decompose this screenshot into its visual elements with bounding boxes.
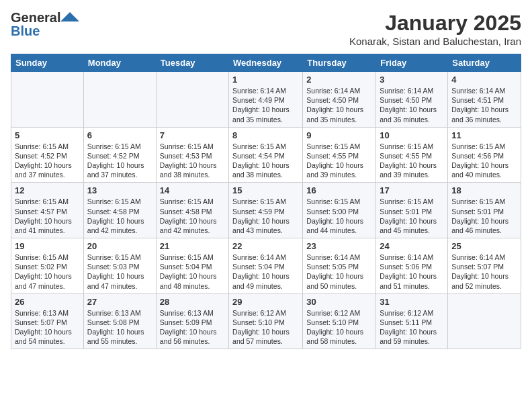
calendar-cell: 28Sunrise: 6:13 AMSunset: 5:09 PMDayligh… <box>156 293 228 349</box>
daylight-hours: Daylight: 10 hours <box>306 161 372 170</box>
daylight-hours: Daylight: 10 hours <box>306 271 372 281</box>
cell-info: Sunrise: 6:15 AM <box>87 142 152 151</box>
calendar-cell: 8Sunrise: 6:15 AMSunset: 4:54 PMDaylight… <box>229 127 303 183</box>
cell-info: Sunset: 5:06 PM <box>380 262 444 271</box>
daylight-hours: Daylight: 10 hours <box>87 216 152 226</box>
calendar-cell: 22Sunrise: 6:14 AMSunset: 5:04 PMDayligh… <box>229 238 303 294</box>
cell-info: and 56 minutes. <box>160 336 225 346</box>
cell-info: Sunset: 4:58 PM <box>160 207 225 216</box>
daylight-hours: Daylight: 10 hours <box>160 216 225 226</box>
calendar-cell: 26Sunrise: 6:13 AMSunset: 5:07 PMDayligh… <box>11 293 84 349</box>
cell-info: and 39 minutes. <box>306 170 372 179</box>
daylight-hours: Daylight: 10 hours <box>15 327 80 336</box>
cell-info: and 38 minutes. <box>160 170 225 179</box>
day-number: 29 <box>232 297 299 307</box>
daylight-hours: Daylight: 10 hours <box>306 327 372 336</box>
daylight-hours: Daylight: 10 hours <box>87 161 152 170</box>
calendar-cell <box>156 72 228 128</box>
cell-info: and 37 minutes. <box>87 170 152 179</box>
month-title: January 2025 <box>349 11 521 36</box>
logo-general: General <box>11 10 60 25</box>
svg-marker-0 <box>60 12 79 21</box>
calendar-week-row: 26Sunrise: 6:13 AMSunset: 5:07 PMDayligh… <box>11 293 521 349</box>
cell-info: and 43 minutes. <box>232 226 299 235</box>
cell-info: Sunset: 5:09 PM <box>160 318 225 327</box>
cell-info: Sunrise: 6:15 AM <box>306 197 372 206</box>
calendar-cell: 17Sunrise: 6:15 AMSunset: 5:01 PMDayligh… <box>376 183 448 238</box>
cell-info: Sunset: 4:51 PM <box>451 95 517 105</box>
cell-info: and 49 minutes. <box>232 281 299 291</box>
calendar-cell: 12Sunrise: 6:15 AMSunset: 4:57 PMDayligh… <box>11 183 84 238</box>
day-number: 7 <box>160 130 225 140</box>
daylight-hours: Daylight: 10 hours <box>380 161 444 170</box>
day-number: 28 <box>160 297 225 307</box>
col-header-friday: Friday <box>376 54 448 72</box>
calendar-cell <box>83 72 156 128</box>
cell-info: Sunset: 5:10 PM <box>232 318 299 327</box>
cell-info: and 38 minutes. <box>232 170 299 179</box>
daylight-hours: Daylight: 10 hours <box>232 161 299 170</box>
daylight-hours: Daylight: 10 hours <box>380 327 444 336</box>
calendar-cell: 11Sunrise: 6:15 AMSunset: 4:56 PMDayligh… <box>448 127 521 183</box>
cell-info: Sunset: 4:50 PM <box>306 95 372 105</box>
cell-info: Sunset: 4:55 PM <box>380 151 444 161</box>
calendar-cell: 10Sunrise: 6:15 AMSunset: 4:55 PMDayligh… <box>376 127 448 183</box>
cell-info: and 36 minutes. <box>380 115 444 124</box>
daylight-hours: Daylight: 10 hours <box>160 327 225 336</box>
daylight-hours: Daylight: 10 hours <box>15 271 80 281</box>
cell-info: Sunrise: 6:14 AM <box>380 86 444 95</box>
cell-info: Sunset: 5:01 PM <box>380 207 444 216</box>
cell-info: Sunset: 5:00 PM <box>306 207 372 216</box>
cell-info: and 47 minutes. <box>15 281 80 291</box>
day-number: 25 <box>451 241 517 251</box>
daylight-hours: Daylight: 10 hours <box>451 105 517 114</box>
calendar-cell: 30Sunrise: 6:12 AMSunset: 5:10 PMDayligh… <box>303 293 376 349</box>
cell-info: and 37 minutes. <box>15 170 80 179</box>
cell-info: Sunrise: 6:15 AM <box>15 197 80 206</box>
daylight-hours: Daylight: 10 hours <box>15 161 80 170</box>
day-number: 14 <box>160 185 225 195</box>
cell-info: and 51 minutes. <box>380 281 444 291</box>
calendar-cell <box>11 72 84 128</box>
cell-info: and 48 minutes. <box>160 281 225 291</box>
calendar-cell: 5Sunrise: 6:15 AMSunset: 4:52 PMDaylight… <box>11 127 84 183</box>
cell-info: Sunrise: 6:15 AM <box>160 142 225 151</box>
day-number: 5 <box>15 130 80 140</box>
cell-info: and 55 minutes. <box>87 336 152 346</box>
location: Konarak, Sistan and Baluchestan, Iran <box>349 36 521 47</box>
cell-info: and 45 minutes. <box>380 226 444 235</box>
day-number: 31 <box>380 297 444 307</box>
cell-info: Sunset: 4:56 PM <box>451 151 517 161</box>
cell-info: Sunset: 5:05 PM <box>306 262 372 271</box>
daylight-hours: Daylight: 10 hours <box>160 161 225 170</box>
cell-info: Sunrise: 6:12 AM <box>380 308 444 318</box>
cell-info: Sunset: 5:04 PM <box>232 262 299 271</box>
daylight-hours: Daylight: 10 hours <box>232 216 299 226</box>
calendar-cell: 23Sunrise: 6:14 AMSunset: 5:05 PMDayligh… <box>303 238 376 294</box>
cell-info: and 59 minutes. <box>380 336 444 346</box>
calendar-cell: 2Sunrise: 6:14 AMSunset: 4:50 PMDaylight… <box>303 72 376 128</box>
logo: General Blue <box>11 11 79 38</box>
cell-info: Sunset: 4:53 PM <box>160 151 225 161</box>
cell-info: and 46 minutes. <box>451 226 517 235</box>
calendar-table: SundayMondayTuesdayWednesdayThursdayFrid… <box>11 54 521 349</box>
cell-info: Sunrise: 6:15 AM <box>232 142 299 151</box>
calendar-week-row: 19Sunrise: 6:15 AMSunset: 5:02 PMDayligh… <box>11 238 521 294</box>
daylight-hours: Daylight: 10 hours <box>380 271 444 281</box>
day-number: 2 <box>306 75 372 85</box>
cell-info: Sunset: 4:50 PM <box>380 95 444 105</box>
cell-info: Sunrise: 6:13 AM <box>87 308 152 318</box>
day-number: 11 <box>451 130 517 140</box>
calendar-cell: 29Sunrise: 6:12 AMSunset: 5:10 PMDayligh… <box>229 293 303 349</box>
logo-arrow-icon <box>60 12 79 21</box>
calendar-week-row: 5Sunrise: 6:15 AMSunset: 4:52 PMDaylight… <box>11 127 521 183</box>
day-number: 15 <box>232 185 299 195</box>
day-number: 8 <box>232 130 299 140</box>
day-number: 21 <box>160 241 225 251</box>
day-number: 19 <box>15 241 80 251</box>
calendar-cell: 27Sunrise: 6:13 AMSunset: 5:08 PMDayligh… <box>83 293 156 349</box>
cell-info: Sunset: 5:10 PM <box>306 318 372 327</box>
calendar-cell: 15Sunrise: 6:15 AMSunset: 4:59 PMDayligh… <box>229 183 303 238</box>
daylight-hours: Daylight: 10 hours <box>306 216 372 226</box>
cell-info: and 39 minutes. <box>380 170 444 179</box>
